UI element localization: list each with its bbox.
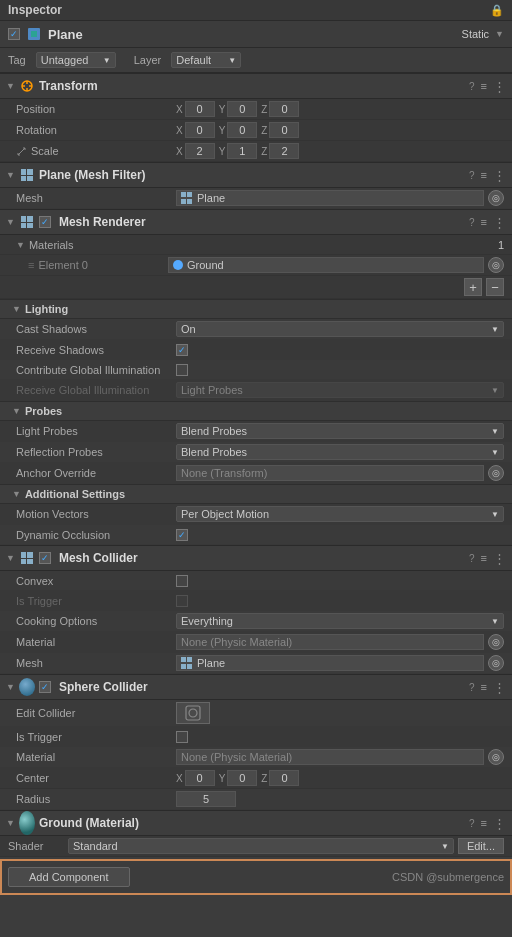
mesh-filter-mesh-value[interactable]: Plane [176,190,484,206]
cast-shadows-row: Cast Shadows On ▼ [0,319,512,340]
mesh-collider-mesh-value[interactable]: Plane [176,655,484,671]
rotation-y[interactable]: 0 [227,122,257,138]
rotation-row: Rotation X0 Y0 Z0 [0,120,512,141]
add-component-button[interactable]: Add Component [8,867,130,887]
sphere-is-trigger-label: Is Trigger [16,731,176,743]
receive-shadows-checkbox[interactable] [176,344,188,356]
mesh-collider-help-icon[interactable]: ? [469,553,475,564]
rotation-label: Rotation [16,124,176,136]
element0-picker[interactable]: ◎ [488,257,504,273]
radius-label: Radius [16,793,176,805]
reflection-probes-label: Reflection Probes [16,446,176,458]
element0-value[interactable]: Ground [168,257,484,273]
contrib-gi-checkbox[interactable] [176,364,188,376]
probes-subsection-header[interactable]: ▼ Probes [0,401,512,421]
tag-dropdown[interactable]: Untagged ▼ [36,52,116,68]
is-trigger-checkbox[interactable] [176,595,188,607]
scale-x[interactable]: 2 [185,143,215,159]
transform-section-header[interactable]: ▼ Transform ? ≡ ⋮ [0,73,512,99]
mesh-collider-settings-icon[interactable]: ≡ [481,552,487,564]
sphere-material-value[interactable]: None (Physic Material) [176,749,484,765]
materials-header[interactable]: ▼ Materials 1 [0,235,512,255]
lock-icon[interactable]: 🔒 [490,4,504,17]
mesh-filter-dots-icon[interactable]: ⋮ [493,168,506,183]
ground-material-settings-icon[interactable]: ≡ [481,817,487,829]
cooking-options-dropdown[interactable]: Everything ▼ [176,613,504,629]
receive-gi-row: Receive Global Illumination Light Probes… [0,380,512,401]
mesh-filter-settings-icon[interactable]: ≡ [481,169,487,181]
sphere-collider-help-icon[interactable]: ? [469,682,475,693]
lighting-subsection-header[interactable]: ▼ Lighting [0,299,512,319]
remove-material-button[interactable]: − [486,278,504,296]
mesh-filter-mesh-picker[interactable]: ◎ [488,190,504,206]
transform-settings-icon[interactable]: ≡ [481,80,487,92]
rotation-z[interactable]: 0 [269,122,299,138]
mesh-renderer-checkbox[interactable] [39,216,51,228]
edit-collider-button[interactable] [176,702,210,724]
position-y[interactable]: 0 [227,101,257,117]
convex-row: Convex [0,571,512,591]
motion-vectors-row: Motion Vectors Per Object Motion ▼ [0,504,512,525]
mesh-collider-icon [19,550,35,566]
motion-vectors-dropdown[interactable]: Per Object Motion ▼ [176,506,504,522]
center-x[interactable]: 0 [185,770,215,786]
mesh-renderer-icon [19,214,35,230]
mesh-collider-material-picker[interactable]: ◎ [488,634,504,650]
cast-shadows-dropdown[interactable]: On ▼ [176,321,504,337]
sphere-collider-section-header[interactable]: ▼ Sphere Collider ? ≡ ⋮ [0,674,512,700]
anchor-override-picker[interactable]: ◎ [488,465,504,481]
dynamic-occlusion-label: Dynamic Occlusion [16,529,176,541]
scale-row: Scale X2 Y1 Z2 [0,141,512,162]
light-probes-dropdown[interactable]: Blend Probes ▼ [176,423,504,439]
add-material-button[interactable]: + [464,278,482,296]
mesh-renderer-section-header[interactable]: ▼ Mesh Renderer ? ≡ ⋮ [0,209,512,235]
mesh-collider-checkbox[interactable] [39,552,51,564]
contrib-gi-label: Contribute Global Illumination [16,364,176,376]
mesh-renderer-dots-icon[interactable]: ⋮ [493,215,506,230]
mesh-collider-dots-icon[interactable]: ⋮ [493,551,506,566]
object-active-checkbox[interactable] [8,28,20,40]
center-z[interactable]: 0 [269,770,299,786]
transform-help-icon[interactable]: ? [469,81,475,92]
static-dropdown-arrow[interactable]: ▼ [495,29,504,39]
sphere-is-trigger-checkbox[interactable] [176,731,188,743]
mesh-collider-mesh-row: Mesh Plane ◎ [0,653,512,674]
sphere-material-picker[interactable]: ◎ [488,749,504,765]
mesh-collider-material-value[interactable]: None (Physic Material) [176,634,484,650]
scale-z[interactable]: 2 [269,143,299,159]
convex-checkbox[interactable] [176,575,188,587]
anchor-override-value[interactable]: None (Transform) [176,465,484,481]
mesh-collider-section-header[interactable]: ▼ Mesh Collider ? ≡ ⋮ [0,545,512,571]
ground-material-section-header[interactable]: ▼ Ground (Material) ? ≡ ⋮ [0,810,512,836]
dynamic-occlusion-checkbox[interactable] [176,529,188,541]
center-y[interactable]: 0 [227,770,257,786]
object-name: Plane [48,27,83,42]
additional-settings-subsection-header[interactable]: ▼ Additional Settings [0,484,512,504]
ground-material-help-icon[interactable]: ? [469,818,475,829]
ground-material-dots-icon[interactable]: ⋮ [493,816,506,831]
shader-edit-button[interactable]: Edit... [458,838,504,854]
sphere-collider-checkbox[interactable] [39,681,51,693]
lighting-foldout: ▼ [12,304,21,314]
cast-shadows-label: Cast Shadows [16,323,176,335]
sphere-collider-settings-icon[interactable]: ≡ [481,681,487,693]
radius-value[interactable]: 5 [176,791,236,807]
rotation-x[interactable]: 0 [185,122,215,138]
reflection-probes-dropdown[interactable]: Blend Probes ▼ [176,444,504,460]
scale-y[interactable]: 1 [227,143,257,159]
sphere-collider-dots-icon[interactable]: ⋮ [493,680,506,695]
position-x[interactable]: 0 [185,101,215,117]
receive-gi-dropdown[interactable]: Light Probes ▼ [176,382,504,398]
position-z[interactable]: 0 [269,101,299,117]
cooking-options-row: Cooking Options Everything ▼ [0,611,512,632]
mesh-collider-mesh-picker[interactable]: ◎ [488,655,504,671]
layer-dropdown[interactable]: Default ▼ [171,52,241,68]
transform-dots-icon[interactable]: ⋮ [493,79,506,94]
mesh-filter-help-icon[interactable]: ? [469,170,475,181]
mesh-filter-section-header[interactable]: ▼ Plane (Mesh Filter) ? ≡ ⋮ [0,162,512,188]
shader-dropdown[interactable]: Standard ▼ [68,838,454,854]
mesh-renderer-help-icon[interactable]: ? [469,217,475,228]
additional-settings-foldout: ▼ [12,489,21,499]
receive-shadows-row: Receive Shadows [0,340,512,360]
mesh-renderer-settings-icon[interactable]: ≡ [481,216,487,228]
